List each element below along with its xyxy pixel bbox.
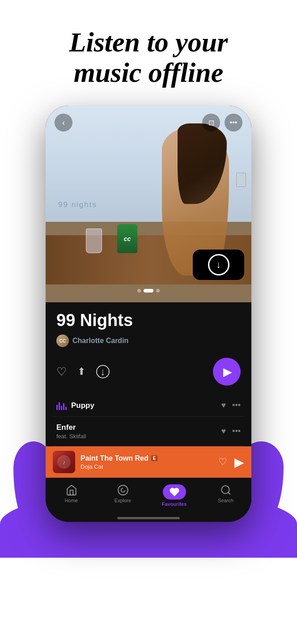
headline: Listen to your music offline xyxy=(51,0,246,106)
progress-dots xyxy=(137,289,160,292)
svg-line-2 xyxy=(228,492,230,495)
home-bar xyxy=(117,517,180,519)
now-playing-controls: ♡ ▶ xyxy=(218,455,244,470)
track-name-puppy: Puppy xyxy=(71,401,216,410)
back-button[interactable]: ‹ xyxy=(55,114,72,131)
nav-label-home: Home xyxy=(65,498,78,503)
headline-line2: music offline xyxy=(69,57,228,88)
nav-label-explore: Explore xyxy=(115,498,131,503)
nav-item-search[interactable]: Search xyxy=(200,484,251,503)
svg-point-0 xyxy=(118,485,128,495)
track-name-enfer: Enfer xyxy=(56,423,216,432)
can-art: cc xyxy=(117,224,137,253)
track-sub-enfer: feat. Skiifall xyxy=(56,433,216,440)
song-info: 99 Nights CC Charlotte Cardin xyxy=(46,302,251,351)
like-button[interactable]: ♡ xyxy=(56,365,67,379)
download-circle-icon: ↓ xyxy=(208,254,229,275)
song-title: 99 Nights xyxy=(56,311,241,330)
artist-name: Charlotte Cardin xyxy=(72,337,128,345)
np-play-icon[interactable]: ▶ xyxy=(233,455,244,470)
svg-point-1 xyxy=(221,486,229,493)
track-more-puppy[interactable]: ••• xyxy=(232,401,241,410)
play-button-large[interactable]: ▶ xyxy=(213,358,241,386)
nav-item-home[interactable]: Home xyxy=(46,484,97,503)
glass-art xyxy=(86,229,102,253)
more-button[interactable]: ••• xyxy=(225,114,242,131)
heart-icon-active xyxy=(170,487,179,497)
explore-icon xyxy=(117,484,129,496)
nav-item-explore[interactable]: Explore xyxy=(97,484,148,503)
track-heart-puppy[interactable]: ♥ xyxy=(221,401,226,410)
explicit-badge: E xyxy=(151,455,158,461)
track-item-puppy[interactable]: Puppy ♥ ••• xyxy=(53,394,244,417)
track-item-enfer[interactable]: Enfer feat. Skiifall ♥ ••• xyxy=(53,417,244,446)
download-overlay-btn[interactable]: ↓ xyxy=(193,250,244,280)
track-list: Puppy ♥ ••• Enfer feat. Skiifall ♥ ••• xyxy=(46,394,251,446)
track-heart-enfer[interactable]: ♥ xyxy=(221,427,226,436)
now-playing-bar[interactable]: ♪ Paint The Town Red E Doja Cat ♡ ▶ xyxy=(46,446,251,478)
top-controls: ‹ ⊡ ••• xyxy=(46,106,251,140)
artist-avatar: CC xyxy=(56,335,69,347)
nav-label-search: Search xyxy=(218,498,233,503)
home-icon xyxy=(66,484,77,496)
outlet-art xyxy=(236,173,246,187)
nav-label-favourites: Favourites xyxy=(162,501,187,507)
np-heart-icon[interactable]: ♡ xyxy=(218,456,227,468)
cast-button[interactable]: ⊡ xyxy=(202,114,220,131)
now-playing-info: Paint The Town Red E Doja Cat xyxy=(81,454,213,470)
artist-row: CC Charlotte Cardin xyxy=(56,335,241,347)
headline-line1: Listen to your xyxy=(69,27,228,57)
favourites-bg xyxy=(163,484,186,500)
now-playing-title-row: Paint The Town Red E xyxy=(81,454,213,462)
album-art-container: cc 99 nights ‹ ⊡ ••• ↓ xyxy=(46,106,251,302)
download-button[interactable]: ↓ xyxy=(96,365,110,378)
share-button[interactable]: ⬆ xyxy=(77,366,85,377)
home-indicator xyxy=(46,516,251,522)
waveform-icon xyxy=(56,401,67,410)
action-buttons-row: ♡ ⬆ ↓ ▶ xyxy=(46,351,251,394)
dot-1 xyxy=(137,289,141,292)
nav-item-favourites[interactable]: Favourites xyxy=(148,484,200,507)
phone-frame: cc 99 nights ‹ ⊡ ••• ↓ xyxy=(46,106,251,522)
track-more-enfer[interactable]: ••• xyxy=(232,427,241,436)
now-playing-thumb: ♪ xyxy=(53,451,75,473)
now-playing-artist: Doja Cat xyxy=(81,463,213,470)
search-icon xyxy=(220,484,232,496)
dot-3 xyxy=(156,289,160,292)
bottom-nav: Home Explore Favourites xyxy=(46,478,251,516)
track-info-enfer: Enfer feat. Skiifall xyxy=(56,423,216,440)
dot-2 xyxy=(144,289,153,292)
album-text-overlay: 99 nights xyxy=(58,200,97,209)
